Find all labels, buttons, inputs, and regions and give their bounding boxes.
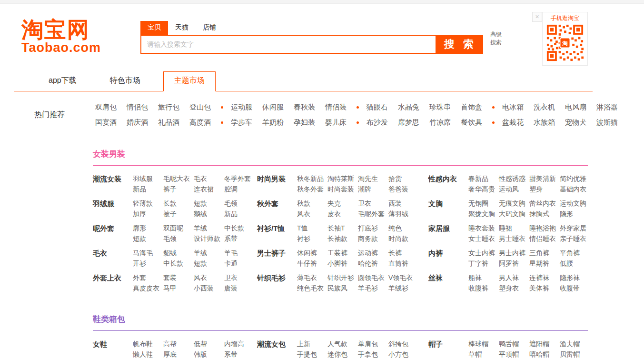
- category-link[interactable]: 春新品: [468, 175, 497, 183]
- category-link[interactable]: 无痕文胸: [499, 199, 527, 208]
- category-link[interactable]: 小脚裤: [327, 259, 356, 268]
- nav-item[interactable]: 主题市场: [163, 71, 216, 91]
- category-link[interactable]: 长裤: [388, 249, 417, 257]
- category-label[interactable]: 潮流女装: [93, 175, 133, 193]
- hot-link[interactable]: 水晶兔: [398, 103, 419, 112]
- hot-link[interactable]: 席梦思: [398, 118, 419, 127]
- search-tab[interactable]: 天猫: [168, 21, 196, 35]
- hot-link[interactable]: 学步车: [231, 118, 252, 127]
- category-link[interactable]: 毛领: [224, 199, 253, 208]
- hot-link[interactable]: 婚庆酒: [127, 118, 148, 127]
- category-label[interactable]: 针织毛衫: [257, 274, 297, 292]
- category-link[interactable]: 秋冬外套: [297, 185, 326, 193]
- category-link[interactable]: 奢华高贵: [468, 185, 497, 193]
- category-link[interactable]: 马甲: [163, 284, 192, 292]
- category-link[interactable]: 薄毛衣: [297, 274, 326, 282]
- category-link[interactable]: 长款: [163, 199, 192, 208]
- category-link[interactable]: 短款: [133, 235, 161, 243]
- category-link[interactable]: 羊毛: [224, 249, 253, 257]
- hot-link[interactable]: 布沙发: [367, 118, 388, 127]
- category-link[interactable]: 斜挎包: [388, 340, 417, 348]
- category-link[interactable]: 开衫: [133, 259, 161, 268]
- category-label[interactable]: 男士裤子: [257, 249, 297, 268]
- category-link[interactable]: 棒球帽: [468, 340, 497, 348]
- category-link[interactable]: 卡通: [224, 259, 253, 268]
- category-link[interactable]: 毛呢外套: [358, 210, 386, 218]
- hot-link[interactable]: 运动服: [231, 103, 252, 112]
- category-link[interactable]: 纯色毛衣: [297, 284, 326, 292]
- category-link[interactable]: 人气款: [327, 340, 356, 348]
- category-link[interactable]: 甜美清新: [529, 175, 558, 183]
- category-link[interactable]: 西装: [388, 199, 417, 208]
- hot-link[interactable]: 休闲服: [262, 103, 284, 112]
- category-link[interactable]: 低帮: [194, 340, 222, 348]
- category-link[interactable]: 哈伦裤: [358, 259, 386, 268]
- category-label[interactable]: 女鞋: [93, 340, 133, 359]
- category-link[interactable]: V领毛衣: [388, 274, 417, 282]
- category-link[interactable]: 冬季外套: [224, 175, 253, 183]
- category-link[interactable]: 美体裤: [529, 284, 558, 292]
- category-link[interactable]: 塑身衣: [499, 284, 527, 292]
- hot-link[interactable]: 电风扇: [565, 103, 586, 112]
- category-link[interactable]: 平顶帽: [499, 350, 527, 359]
- hot-link[interactable]: 春秋装: [294, 103, 315, 112]
- category-link[interactable]: 睡衣套装: [468, 224, 497, 232]
- category-link[interactable]: 运动文胸: [560, 199, 588, 208]
- category-link[interactable]: 爸爸装: [388, 185, 417, 193]
- category-link[interactable]: 风衣: [297, 210, 326, 218]
- category-label[interactable]: 外套上衣: [93, 274, 133, 292]
- category-link[interactable]: 嘻哈帽: [529, 350, 558, 359]
- category-link[interactable]: 小方包: [388, 350, 417, 359]
- category-link[interactable]: 高帮: [163, 340, 192, 348]
- category-link[interactable]: 羽绒服: [133, 175, 161, 183]
- category-link[interactable]: 秋冬新品: [297, 175, 326, 183]
- category-link[interactable]: 衬衫: [297, 235, 326, 243]
- hot-link[interactable]: 情侣装: [325, 103, 347, 112]
- hot-link[interactable]: 旅行包: [158, 103, 179, 112]
- taobao-logo[interactable]: 淘宝网 Taobao.com: [21, 18, 101, 55]
- category-link[interactable]: 手提包: [297, 350, 326, 359]
- category-link[interactable]: 夹克: [327, 199, 356, 208]
- category-link[interactable]: 遮阳帽: [529, 340, 558, 348]
- category-link[interactable]: 外穿家居: [560, 224, 588, 232]
- category-link[interactable]: 聚拢文胸: [468, 210, 497, 218]
- category-label[interactable]: 内裤: [428, 249, 468, 268]
- category-link[interactable]: 卫衣: [358, 199, 386, 208]
- category-link[interactable]: 圆领毛衣: [358, 274, 386, 282]
- category-label[interactable]: 呢外套: [93, 224, 133, 243]
- category-link[interactable]: 鸭舌帽: [499, 340, 527, 348]
- category-link[interactable]: 手拿包: [358, 350, 386, 359]
- category-link[interactable]: 民族风: [327, 284, 356, 292]
- category-link[interactable]: 小西装: [194, 284, 222, 292]
- category-link[interactable]: 系带: [224, 235, 253, 243]
- category-link[interactable]: 马海毛: [133, 249, 161, 257]
- hot-link[interactable]: 洗衣机: [534, 103, 555, 112]
- category-link[interactable]: 迷你包: [327, 350, 356, 359]
- category-link[interactable]: 双面呢: [163, 224, 192, 232]
- category-link[interactable]: 蕾丝内衣: [529, 199, 558, 208]
- category-link[interactable]: 丁字裤: [468, 259, 497, 268]
- category-link[interactable]: 平角裤: [560, 249, 588, 257]
- category-link[interactable]: 鹅绒: [194, 210, 222, 218]
- category-label[interactable]: 潮流女包: [257, 340, 297, 359]
- category-link[interactable]: 厚底: [163, 350, 192, 359]
- hot-link[interactable]: 高度酒: [189, 118, 211, 127]
- category-link[interactable]: 风衣: [194, 274, 222, 282]
- hot-link[interactable]: 首饰盒: [461, 103, 482, 112]
- category-link[interactable]: 收腹带: [560, 284, 588, 292]
- category-link[interactable]: 羊毛衫: [358, 284, 386, 292]
- category-label[interactable]: 秋外套: [257, 199, 297, 218]
- category-link[interactable]: 腔调: [224, 185, 253, 193]
- category-link[interactable]: 秋款: [297, 199, 326, 208]
- category-link[interactable]: 皮衣: [327, 210, 356, 218]
- category-link[interactable]: 毛衣: [194, 175, 222, 183]
- category-label[interactable]: 家居服: [428, 224, 468, 243]
- category-link[interactable]: 收腹裤: [468, 284, 497, 292]
- hot-link[interactable]: 竹凉席: [429, 118, 451, 127]
- category-link[interactable]: 男士睡衣: [499, 235, 527, 243]
- category-link[interactable]: 隐形: [560, 210, 588, 218]
- category-link[interactable]: 运动风: [499, 185, 527, 193]
- category-link[interactable]: 男士内裤: [499, 249, 527, 257]
- category-link[interactable]: 三角裤: [529, 249, 558, 257]
- category-link[interactable]: 连衣裙: [194, 185, 222, 193]
